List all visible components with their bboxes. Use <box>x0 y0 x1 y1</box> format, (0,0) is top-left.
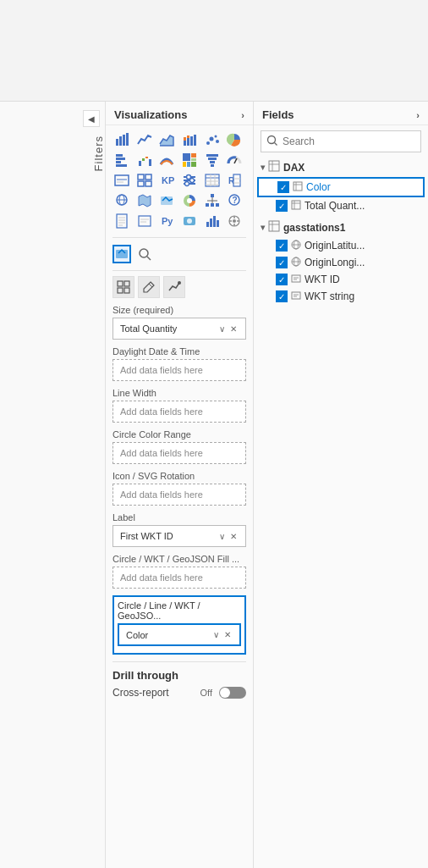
viz-icon-gauge[interactable] <box>225 151 244 169</box>
cross-report-toggle-track[interactable] <box>219 687 246 699</box>
total-quant-label: Total Quant... <box>305 200 421 212</box>
viz-icon-card[interactable] <box>112 171 131 190</box>
circle-line-wkt-slot[interactable]: Color ∨ ✕ <box>118 623 241 646</box>
tree-item-color[interactable]: ✓ Color <box>257 177 425 197</box>
tree-group-dax: ▾ DAX ✓ Color ✓ <box>257 158 425 214</box>
circle-line-wkt-expand[interactable]: ∨ <box>211 629 221 640</box>
viz-icon-map1[interactable] <box>112 191 131 210</box>
bucket-icon-analytics[interactable] <box>163 276 185 298</box>
viz-icon-table[interactable] <box>203 171 222 190</box>
visualizations-expand-icon[interactable]: › <box>241 110 244 120</box>
wkt-string-label: WKT string <box>305 290 421 302</box>
fields-search-input[interactable] <box>283 135 415 147</box>
cross-report-value: Off <box>200 688 212 698</box>
viz-icon-slicer[interactable] <box>180 171 199 190</box>
svg-rect-65 <box>216 203 219 207</box>
circle-color-placeholder: Add data fields here <box>120 448 239 458</box>
viz-icon-decomp[interactable] <box>203 191 222 210</box>
viz-icon-funnel[interactable] <box>203 151 222 169</box>
filters-collapse-arrow[interactable]: ◀ <box>83 110 100 127</box>
svg-rect-36 <box>138 174 144 180</box>
viz-icon-kpi[interactable]: KPI <box>157 171 176 190</box>
label-slot-actions: ∨ ✕ <box>217 531 239 542</box>
svg-rect-84 <box>217 220 219 227</box>
circle-line-wkt-close[interactable]: ✕ <box>222 629 233 640</box>
svg-rect-82 <box>210 218 212 227</box>
viz-icon-multirow-card[interactable] <box>135 171 154 190</box>
viz-icon-scatter[interactable] <box>203 130 222 149</box>
circle-line-wkt-value: Color <box>126 630 211 640</box>
filters-strip[interactable]: ◀ Filters <box>0 102 106 868</box>
tree-item-total-quant[interactable]: ✓ Total Quant... <box>257 197 425 214</box>
circle-line-wkt-label: Circle / Line / WKT / GeoJSO... <box>118 600 241 621</box>
viz-icon-pie[interactable] <box>225 130 244 149</box>
filters-label[interactable]: Filters <box>92 135 105 171</box>
viz-icon-matrix[interactable]: R <box>225 171 244 190</box>
svg-point-45 <box>189 179 194 183</box>
label-slot-expand[interactable]: ∨ <box>217 531 227 542</box>
bucket-icon-grid[interactable] <box>112 276 134 298</box>
tree-item-origin-lat[interactable]: ✓ OriginLatitu... <box>257 237 425 254</box>
svg-line-32 <box>234 158 237 163</box>
dax-group-icon <box>268 160 280 174</box>
origin-lat-check: ✓ <box>276 240 288 252</box>
viz-icon-bar[interactable] <box>112 130 131 149</box>
active-viz-map-icon[interactable] <box>112 245 131 263</box>
viz-icon-filled-map[interactable] <box>135 191 154 210</box>
svg-point-13 <box>216 140 219 143</box>
svg-rect-19 <box>142 158 145 161</box>
dax-group-label: DAX <box>283 162 305 174</box>
size-slot-expand[interactable]: ∨ <box>217 323 227 334</box>
viz-icon-ribbon[interactable] <box>157 151 176 169</box>
svg-point-12 <box>214 135 217 138</box>
viz-icon-smartnarr[interactable] <box>135 212 154 230</box>
svg-rect-21 <box>149 159 151 166</box>
viz-icon-histogram[interactable] <box>203 212 222 230</box>
dax-group-header[interactable]: ▾ DAX <box>257 158 425 177</box>
circle-wkt-fill-slot[interactable]: Add data fields here <box>112 567 246 589</box>
viz-icon-custom[interactable] <box>225 212 244 230</box>
field-buckets-area: Size (required) Total Quantity ∨ ✕ Dayli… <box>106 301 253 868</box>
viz-icon-line[interactable] <box>135 130 154 149</box>
fields-tree: ▾ DAX ✓ Color ✓ <box>254 158 428 868</box>
viz-icon-paginated[interactable] <box>112 212 131 230</box>
svg-rect-31 <box>211 164 214 167</box>
label-slot-close[interactable]: ✕ <box>228 531 239 542</box>
circle-color-bucket: Circle Color Range Add data fields here <box>112 429 246 464</box>
viz-icon-treemap[interactable] <box>180 151 199 169</box>
label-slot[interactable]: First WKT ID ∨ ✕ <box>112 525 246 547</box>
viz-icon-qna[interactable]: ? <box>225 191 244 210</box>
gasstations-group-header[interactable]: ▾ gasstations1 <box>257 218 425 237</box>
svg-rect-26 <box>187 162 190 167</box>
daylight-slot[interactable]: Add data fields here <box>112 359 246 381</box>
circle-color-slot[interactable]: Add data fields here <box>112 442 246 464</box>
daylight-bucket: Daylight Date & Time Add data fields her… <box>112 346 246 381</box>
viz-icon-arcgis[interactable] <box>180 212 199 230</box>
viz-divider <box>112 237 246 238</box>
viz-icon-waterfall[interactable] <box>135 151 154 169</box>
cross-report-toggle[interactable]: Off <box>200 687 246 699</box>
svg-rect-15 <box>116 158 125 160</box>
svg-rect-5 <box>184 137 186 141</box>
viz-icon-stacked-bar[interactable] <box>180 130 199 149</box>
viz-icon-azure-map[interactable] <box>157 191 176 210</box>
size-slot-close[interactable]: ✕ <box>228 323 239 334</box>
linewidth-slot[interactable]: Add data fields here <box>112 401 246 423</box>
viz-icon-python[interactable]: Py <box>157 212 176 230</box>
viz-search-btn[interactable] <box>135 245 154 263</box>
svg-rect-75 <box>139 216 151 226</box>
gasstations-group-label: gasstations1 <box>283 222 345 234</box>
wkt-string-icon <box>291 290 301 302</box>
viz-icon-area[interactable] <box>157 130 176 149</box>
size-slot[interactable]: Total Quantity ∨ ✕ <box>112 318 246 340</box>
tree-item-wkt-string[interactable]: ✓ WKT string <box>257 288 425 305</box>
gasstations-group-icon <box>268 220 280 235</box>
viz-icon-donut[interactable] <box>180 191 199 210</box>
tree-item-origin-long[interactable]: ✓ OriginLongi... <box>257 254 425 271</box>
fields-search-box[interactable] <box>261 130 421 152</box>
icon-svg-slot[interactable]: Add data fields here <box>112 484 246 506</box>
fields-expand-icon[interactable]: › <box>416 110 420 120</box>
bucket-icon-brush[interactable] <box>138 276 160 298</box>
viz-icon-horiz-bar[interactable] <box>112 151 131 169</box>
tree-item-wkt-id[interactable]: ✓ WKT ID <box>257 271 425 288</box>
